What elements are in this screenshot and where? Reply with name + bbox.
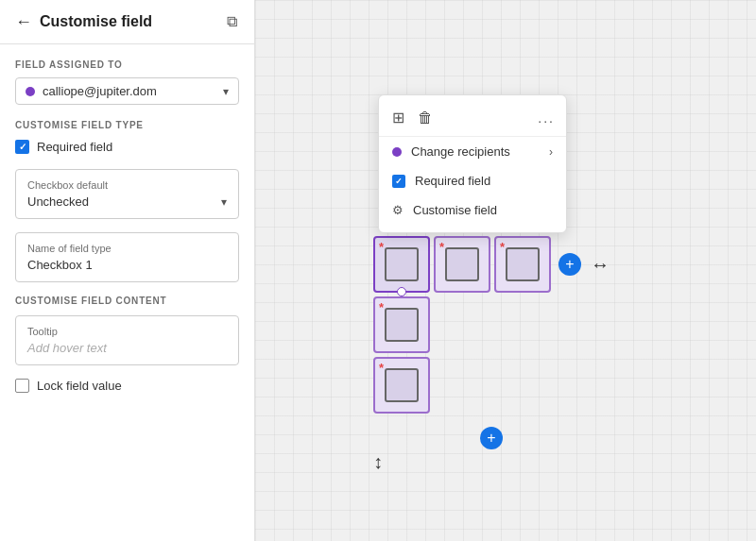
- resize-vertical-handle[interactable]: ↕: [373, 451, 383, 473]
- recipient-dot: [392, 147, 402, 157]
- copy-button[interactable]: ⧉: [225, 11, 239, 32]
- checkbox-default-value-row: Unchecked ▾: [27, 194, 227, 209]
- chevron-down-icon: ▾: [223, 85, 229, 98]
- tooltip-placeholder: Add hover text: [27, 341, 227, 355]
- context-menu-toolbar: ⊞ 🗑 ...: [379, 103, 566, 137]
- field-assigned-dropdown[interactable]: calliope@jupiter.dom ▾: [15, 77, 239, 105]
- checkbox-default-value: Unchecked: [27, 194, 89, 209]
- add-column-icon: +: [565, 256, 574, 273]
- tooltip-box[interactable]: Tooltip Add hover text: [15, 315, 239, 365]
- checkbox-field-5[interactable]: *: [373, 357, 430, 414]
- checkbox-inner-3: [506, 247, 540, 281]
- checkbox-inner-5: [385, 368, 419, 402]
- checkbox-inner-4: [385, 308, 419, 342]
- fields-row-1: * * * + ↔: [373, 236, 610, 293]
- assign-email: calliope@jupiter.dom: [43, 84, 223, 98]
- context-required-field[interactable]: Required field: [379, 166, 566, 195]
- name-field-type-value: Checkbox 1: [27, 258, 227, 272]
- checkbox-field-2[interactable]: *: [434, 236, 490, 293]
- context-required-label: Required field: [415, 174, 490, 188]
- context-copy-icon: ⊞: [392, 110, 404, 126]
- context-customise-label: Customise field: [413, 203, 497, 217]
- context-change-recipients[interactable]: Change recipients ›: [379, 137, 566, 166]
- add-row-button[interactable]: +: [480, 427, 503, 449]
- selection-handle-1: [397, 287, 406, 296]
- context-customise-field[interactable]: ⚙ Customise field: [379, 195, 566, 225]
- checkbox-field-1[interactable]: *: [373, 236, 430, 293]
- checkbox-inner-2: [445, 247, 479, 281]
- lock-field-label: Lock field value: [37, 379, 122, 393]
- checkbox-inner-1: [385, 247, 419, 281]
- name-field-type-label: Name of field type: [27, 243, 227, 254]
- context-copy-button[interactable]: ⊞: [390, 107, 406, 128]
- panel-content: FIELD ASSIGNED TO calliope@jupiter.dom ▾…: [0, 44, 254, 541]
- fields-row-2: *: [373, 296, 610, 353]
- required-field-row: Required field: [15, 140, 239, 154]
- panel-title: Customise field: [40, 13, 225, 30]
- panel-header: ← Customise field ⧉: [0, 0, 254, 44]
- lock-field-row: Lock field value: [15, 379, 239, 393]
- right-panel: ⊞ 🗑 ... Change recipients › Required fie…: [255, 0, 756, 541]
- copy-icon: ⧉: [227, 13, 237, 29]
- back-button[interactable]: ←: [15, 12, 32, 32]
- required-field-label: Required field: [37, 140, 112, 154]
- required-star-1: *: [379, 240, 384, 254]
- fields-row-3: *: [373, 357, 610, 414]
- fields-area: * * * + ↔ *: [373, 236, 610, 475]
- context-more-button[interactable]: ...: [538, 110, 555, 126]
- checkbox-field-4[interactable]: *: [373, 296, 430, 353]
- change-recipients-label: Change recipients: [411, 144, 510, 159]
- checkbox-default-box[interactable]: Checkbox default Unchecked ▾: [15, 169, 239, 219]
- add-column-button[interactable]: +: [558, 253, 581, 276]
- required-field-checkbox[interactable]: [15, 140, 29, 154]
- context-delete-button[interactable]: 🗑: [416, 108, 435, 128]
- context-delete-icon: 🗑: [418, 110, 433, 126]
- left-panel: ← Customise field ⧉ FIELD ASSIGNED TO ca…: [0, 0, 255, 541]
- context-required-checkbox: [392, 175, 405, 188]
- lock-field-checkbox[interactable]: [15, 379, 29, 393]
- name-field-type-box[interactable]: Name of field type Checkbox 1: [15, 232, 239, 282]
- required-star-5: *: [379, 361, 384, 375]
- required-star-3: *: [500, 240, 505, 254]
- assign-dot: [26, 87, 35, 96]
- add-row-icon: +: [487, 430, 495, 447]
- change-recipients-arrow: ›: [549, 145, 553, 159]
- customise-field-type-label: CUSTOMISE FIELD TYPE: [15, 120, 239, 130]
- context-more-icon: ...: [538, 110, 555, 126]
- checkbox-default-chevron: ▾: [221, 195, 227, 209]
- context-menu: ⊞ 🗑 ... Change recipients › Required fie…: [378, 94, 567, 233]
- required-star-2: *: [439, 240, 444, 254]
- customise-field-content-label: CUSTOMISE FIELD CONTENT: [15, 296, 239, 306]
- resize-horizontal-handle[interactable]: ↔: [591, 254, 610, 276]
- sliders-icon: ⚙: [392, 203, 404, 217]
- required-star-4: *: [379, 300, 384, 314]
- checkbox-field-3[interactable]: *: [494, 236, 551, 293]
- checkbox-default-label: Checkbox default: [27, 179, 227, 191]
- tooltip-label: Tooltip: [27, 326, 227, 337]
- field-assigned-label: FIELD ASSIGNED TO: [15, 59, 239, 70]
